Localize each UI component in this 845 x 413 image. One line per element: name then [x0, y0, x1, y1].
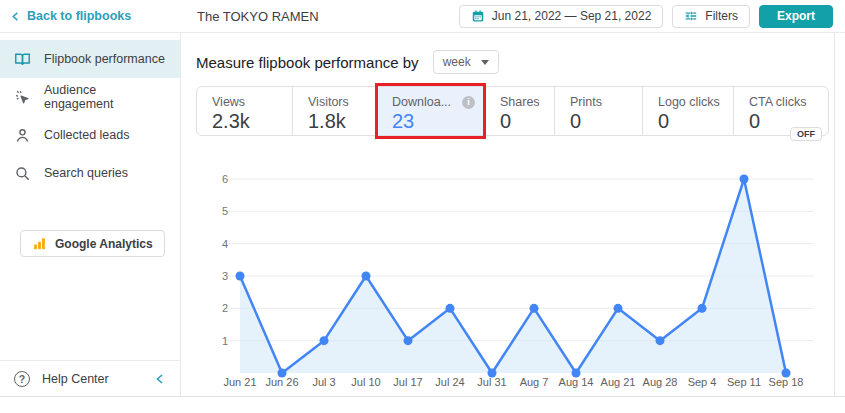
svg-text:Jul 24: Jul 24 — [435, 376, 464, 388]
sidebar-item-flipbook-performance[interactable]: Flipbook performance — [0, 40, 180, 78]
export-button[interactable]: Export — [759, 5, 833, 28]
chevron-left-icon — [10, 11, 21, 22]
controls-row: Measure flipbook performance by week — [196, 50, 834, 74]
calendar-icon — [471, 9, 485, 23]
stat-value: 0 — [570, 110, 642, 133]
google-analytics-button[interactable]: Google Analytics — [20, 230, 165, 257]
svg-text:1: 1 — [222, 335, 228, 347]
stat-card-cta-clicks[interactable]: CTA clicks 0 OFF — [733, 87, 828, 135]
top-bar: Back to flipbooks The TOKYO RAMEN Jun 21 — [0, 0, 845, 33]
stat-label: Logo clicks — [658, 95, 733, 109]
search-icon — [14, 165, 31, 182]
svg-text:Jun 21: Jun 21 — [223, 376, 256, 388]
info-icon[interactable]: i — [462, 96, 475, 109]
back-link-label: Back to flipbooks — [27, 9, 131, 23]
help-center-link[interactable]: ? Help Center — [0, 360, 180, 396]
top-bar-actions: Jun 21, 2022 — Sep 21, 2022 Filters Expo… — [459, 5, 845, 28]
filters-button[interactable]: Filters — [672, 5, 750, 28]
svg-text:Sep 11: Sep 11 — [727, 376, 761, 388]
svg-text:Aug 28: Aug 28 — [643, 376, 678, 388]
google-analytics-label: Google Analytics — [55, 237, 153, 251]
date-range-label: Jun 21, 2022 — Sep 21, 2022 — [492, 9, 651, 23]
stat-label: Shares — [500, 95, 554, 109]
stat-card-logo-clicks[interactable]: Logo clicks 0 — [642, 87, 733, 135]
main-content: Measure flipbook performance by week Vie… — [181, 33, 845, 396]
svg-text:3: 3 — [222, 270, 228, 282]
sidebar-item-collected-leads[interactable]: Collected leads — [0, 116, 180, 154]
stat-value: 1.8k — [308, 110, 376, 133]
filters-label: Filters — [705, 9, 738, 23]
analytics-bars-icon — [32, 236, 47, 251]
page-title: The TOKYO RAMEN — [181, 9, 319, 24]
measure-label: Measure flipbook performance by — [196, 54, 419, 71]
date-range-button[interactable]: Jun 21, 2022 — Sep 21, 2022 — [459, 5, 663, 28]
app-window: Back to flipbooks The TOKYO RAMEN Jun 21 — [0, 0, 845, 397]
stat-card-views[interactable]: Views 2.3k — [197, 87, 292, 135]
period-select[interactable]: week — [433, 50, 499, 74]
downloads-chart[interactable]: 123456Jun 21Jun 26Jul 3Jul 10Jul 17Jul 2… — [196, 165, 828, 393]
svg-text:Jun 26: Jun 26 — [265, 376, 298, 388]
svg-text:Sep 18: Sep 18 — [769, 376, 804, 388]
sidebar-nav: Flipbook performance Audience engagement — [0, 33, 180, 192]
filter-sliders-icon — [684, 9, 698, 23]
sidebar-item-label: Collected leads — [44, 128, 129, 142]
svg-text:Jul 31: Jul 31 — [477, 376, 506, 388]
stat-value: 23 — [392, 110, 484, 133]
stats-row: Views 2.3k Visitors 1.8k Downloa... i 23 — [196, 86, 829, 136]
svg-text:Jul 3: Jul 3 — [312, 376, 335, 388]
svg-text:Sep 4: Sep 4 — [688, 376, 717, 388]
svg-text:6: 6 — [222, 173, 228, 185]
svg-text:4: 4 — [222, 238, 228, 250]
svg-text:Aug 7: Aug 7 — [520, 376, 549, 388]
cursor-click-icon — [14, 89, 31, 106]
stat-value: 2.3k — [212, 110, 292, 133]
help-icon: ? — [14, 371, 30, 387]
off-badge: OFF — [790, 127, 822, 141]
stat-value: 0 — [500, 110, 554, 133]
svg-text:5: 5 — [222, 205, 228, 217]
chevron-down-icon — [481, 60, 489, 65]
period-select-value: week — [443, 55, 471, 69]
chart-area: 123456Jun 21Jun 26Jul 3Jul 10Jul 17Jul 2… — [196, 165, 828, 397]
svg-text:Jul 10: Jul 10 — [351, 376, 380, 388]
stat-card-visitors[interactable]: Visitors 1.8k — [292, 87, 376, 135]
sidebar-collapse-button[interactable] — [154, 373, 166, 385]
book-icon — [14, 51, 31, 68]
sidebar-item-label: Audience engagement — [44, 83, 166, 111]
stat-card-downloads[interactable]: Downloa... i 23 — [376, 87, 484, 135]
main-panel: Measure flipbook performance by week Vie… — [181, 33, 835, 396]
stat-card-shares[interactable]: Shares 0 — [484, 87, 554, 135]
svg-text:2: 2 — [222, 302, 228, 314]
stat-label: Visitors — [308, 95, 376, 109]
stat-value: 0 — [658, 110, 733, 133]
stat-label: Prints — [570, 95, 642, 109]
sidebar-item-audience-engagement[interactable]: Audience engagement — [0, 78, 180, 116]
help-center-label: Help Center — [42, 372, 109, 386]
stat-label: Views — [212, 95, 292, 109]
person-icon — [14, 127, 31, 144]
back-to-flipbooks-link[interactable]: Back to flipbooks — [0, 9, 181, 23]
svg-text:Jul 17: Jul 17 — [393, 376, 422, 388]
sidebar: Flipbook performance Audience engagement — [0, 33, 181, 396]
stat-label: CTA clicks — [749, 95, 828, 109]
stat-label: Downloa... — [392, 95, 451, 109]
sidebar-item-label: Search queries — [44, 166, 128, 180]
sidebar-item-label: Flipbook performance — [44, 52, 165, 66]
svg-text:Aug 14: Aug 14 — [559, 376, 594, 388]
svg-text:Aug 21: Aug 21 — [601, 376, 636, 388]
stat-card-prints[interactable]: Prints 0 — [554, 87, 642, 135]
sidebar-item-search-queries[interactable]: Search queries — [0, 154, 180, 192]
